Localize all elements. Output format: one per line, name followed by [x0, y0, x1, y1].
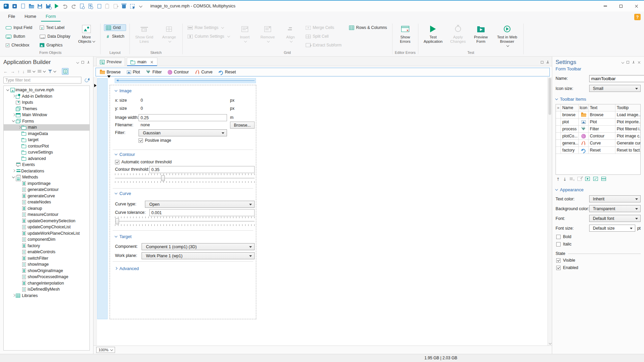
- tree-item[interactable]: enableControls: [4, 249, 89, 255]
- tree-expander[interactable]: [11, 119, 16, 123]
- scrollbar-thumb[interactable]: [548, 78, 551, 115]
- table-action-button[interactable]: [556, 177, 560, 182]
- input-field-button[interactable]: Input Field: [4, 24, 34, 31]
- table-action-button[interactable]: [577, 177, 582, 182]
- tree-item[interactable]: Libraries: [4, 293, 89, 299]
- tree-expander[interactable]: [11, 293, 16, 298]
- item-text-cell[interactable]: Reset: [589, 147, 615, 154]
- move-down-button[interactable]: ↓: [23, 69, 25, 74]
- refresh-button[interactable]: [83, 77, 90, 84]
- tree-expander[interactable]: [17, 237, 22, 242]
- quick-access-button[interactable]: [61, 2, 69, 10]
- slider-thumb[interactable]: [115, 218, 119, 224]
- pin-editor-icon[interactable]: [546, 61, 549, 64]
- quick-access-button[interactable]: [52, 2, 61, 10]
- tree-expander[interactable]: [17, 225, 22, 229]
- row-settings-button[interactable]: Row Settings: [186, 24, 231, 31]
- panel-close-icon[interactable]: [638, 61, 641, 64]
- tree-expander[interactable]: [17, 268, 22, 273]
- split-cell-button[interactable]: Split Cell: [304, 33, 343, 40]
- tree-item[interactable]: showProcessedImage: [4, 274, 89, 280]
- table-row[interactable]: factory Reset Reset to fact...: [556, 147, 640, 154]
- bold-checkbox[interactable]: [556, 235, 561, 239]
- item-name-cell[interactable]: process: [561, 126, 579, 132]
- toolbar-items-section-header[interactable]: Toolbar Items: [552, 93, 644, 103]
- expand-columns-icon[interactable]: »: [556, 104, 561, 111]
- tree-item[interactable]: cleanup: [4, 205, 89, 212]
- more-objects-button[interactable]: More Objects: [76, 24, 97, 44]
- tree-item[interactable]: componentDim: [4, 236, 89, 243]
- item-text-cell[interactable]: Browse: [589, 111, 615, 118]
- form-toolbar-button[interactable]: Filter: [143, 68, 164, 76]
- checkbox-object-button[interactable]: Checkbox: [4, 42, 34, 48]
- menu-tab-home[interactable]: Home: [20, 12, 41, 22]
- column-header-name[interactable]: Name: [561, 104, 579, 111]
- font-size-select[interactable]: Default size: [589, 225, 635, 232]
- section-header-image[interactable]: Image: [115, 88, 131, 94]
- positive-image-checkbox[interactable]: [139, 138, 143, 143]
- tree-expander[interactable]: [17, 200, 22, 204]
- tree-expander[interactable]: [17, 150, 22, 155]
- tree-expander[interactable]: [11, 106, 16, 111]
- item-text-cell[interactable]: Contour: [589, 133, 615, 139]
- slider-thumb[interactable]: [161, 175, 165, 181]
- icon-size-select[interactable]: Small: [589, 85, 641, 92]
- tree-item[interactable]: curveSettings: [4, 149, 89, 156]
- tree-item[interactable]: showOriginalImage: [4, 268, 89, 274]
- quick-access-button[interactable]: [111, 2, 120, 10]
- table-row[interactable]: plotCo... Contour Plot image c...: [556, 133, 640, 140]
- background-color-select[interactable]: Transparent: [589, 205, 641, 212]
- close-button[interactable]: [629, 1, 644, 11]
- merge-cells-button[interactable]: Merge Cells: [304, 24, 343, 31]
- tree-expander[interactable]: [17, 212, 22, 217]
- quick-access-button[interactable]: [137, 2, 145, 10]
- contour-threshold-slider[interactable]: [115, 173, 255, 183]
- font-select[interactable]: Default font: [589, 215, 641, 222]
- tree-expander[interactable]: [17, 181, 22, 186]
- tree-item[interactable]: image_to_curve.mph: [4, 87, 89, 93]
- form-toolbar-button[interactable]: Contour: [165, 68, 191, 76]
- tree-item[interactable]: generateCurve: [4, 193, 89, 199]
- visible-checkbox[interactable]: [556, 258, 561, 263]
- tree-item[interactable]: Themes: [4, 106, 89, 112]
- zoom-select[interactable]: 100%: [96, 347, 115, 353]
- minimize-button[interactable]: [598, 1, 613, 11]
- tab-preview[interactable]: Preview: [96, 58, 125, 66]
- tree-expander[interactable]: [17, 231, 22, 235]
- item-name-cell[interactable]: plotCo...: [561, 133, 579, 139]
- forward-button[interactable]: →: [10, 69, 15, 74]
- tree-item[interactable]: createNodes: [4, 199, 89, 205]
- item-tooltip-cell[interactable]: Load image...: [615, 111, 640, 118]
- tree-expander[interactable]: [17, 250, 22, 254]
- tree-item[interactable]: showImage: [4, 261, 89, 268]
- graphics-button[interactable]: Graphics: [38, 42, 72, 48]
- test-application-button[interactable]: Test Application: [422, 24, 445, 44]
- tree-item[interactable]: isDefinedByMesh: [4, 286, 89, 293]
- column-header-tooltip[interactable]: Tooltip: [615, 104, 640, 111]
- preview-form-button[interactable]: Preview Form: [471, 24, 490, 44]
- image-width-input[interactable]: [139, 114, 227, 121]
- help-button[interactable]: ?: [634, 14, 641, 20]
- tree-item[interactable]: Inputs: [4, 99, 89, 106]
- tree-item[interactable]: target: [4, 137, 89, 143]
- quick-access-button[interactable]: [44, 2, 52, 10]
- tree-expander[interactable]: [17, 156, 22, 161]
- column-header-icon[interactable]: Icon: [579, 104, 589, 111]
- tree-expander[interactable]: [6, 88, 10, 92]
- text-color-select[interactable]: Inherit: [589, 195, 641, 202]
- column-settings-button[interactable]: Column Settings: [186, 33, 231, 40]
- tree-expander[interactable]: [17, 281, 22, 285]
- tree-item[interactable]: Methods: [4, 174, 89, 180]
- tree-expander[interactable]: [17, 125, 22, 130]
- form-toolbar-button[interactable]: Plot: [124, 68, 143, 76]
- item-name-cell[interactable]: genera...: [561, 140, 579, 146]
- quick-access-button[interactable]: [10, 2, 19, 10]
- arrange-button[interactable]: Arrange: [159, 24, 179, 44]
- quick-access-button[interactable]: [103, 2, 111, 10]
- item-tooltip-cell[interactable]: Plot filtered i...: [615, 126, 640, 132]
- tree-item[interactable]: Declarations: [4, 168, 89, 174]
- tree-expander[interactable]: [11, 163, 16, 167]
- tree-item[interactable]: updateCompChoiceList: [4, 224, 89, 230]
- table-action-button[interactable]: [593, 177, 598, 182]
- tree-item[interactable]: Main Window: [4, 112, 89, 118]
